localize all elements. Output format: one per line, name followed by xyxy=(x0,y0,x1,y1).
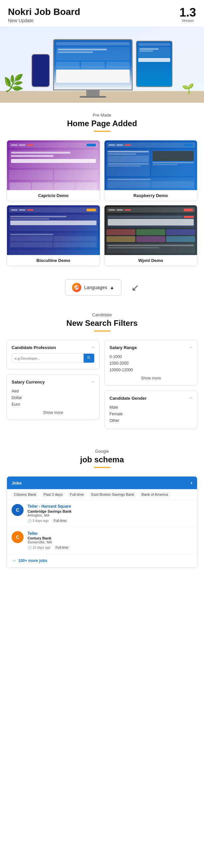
search-filters-header: Candidate New Search Filters xyxy=(0,302,204,337)
mini-nav xyxy=(106,207,195,213)
currency-show-more[interactable]: Show more xyxy=(11,410,95,415)
job-tag-4[interactable]: East Boston Savings Bank xyxy=(89,492,137,497)
monitor-base xyxy=(80,96,106,98)
job-list-card: Jobs › Citizens Bank Past 3 days Full-ti… xyxy=(7,476,197,568)
mini-block xyxy=(9,170,53,180)
mini-btn xyxy=(86,144,96,146)
filter-currency-minus-icon[interactable]: − xyxy=(92,379,95,384)
header-title-block: Nokri Job Board New Update xyxy=(8,7,80,23)
languages-button[interactable]: Languages ▲ xyxy=(65,279,121,296)
job-info-2: Teller Century Bank Somerville, MA 🕐 10 … xyxy=(28,531,193,550)
filters-grid: Candidate Profession − Salary Currency xyxy=(7,340,197,429)
mini-search xyxy=(11,159,96,163)
gender-option-female[interactable]: Female xyxy=(109,411,193,417)
monitor-stand xyxy=(86,90,100,96)
job-tag-5[interactable]: Bank of America xyxy=(139,492,171,497)
mini-dot-red xyxy=(124,145,131,146)
currency-option-euro[interactable]: Euro xyxy=(11,401,95,408)
mini-dot-red xyxy=(27,209,33,211)
monitor-mockup xyxy=(53,39,133,90)
dropdown-arrow-icon: ▲ xyxy=(110,285,114,290)
mini-nav xyxy=(106,143,195,148)
range-option-1[interactable]: 0-1000 xyxy=(109,353,193,360)
job-tags-row: Citizens Bank Past 3 days Full-time East… xyxy=(7,489,197,500)
section-underline-3 xyxy=(94,467,110,468)
mini-dot xyxy=(19,209,26,211)
filter-range-header: Salary Range − xyxy=(109,345,193,350)
section-underline xyxy=(94,131,110,132)
currency-option-aed[interactable]: Aed xyxy=(11,388,95,395)
mini-btn xyxy=(184,144,193,146)
mini-dot xyxy=(108,209,115,211)
table-row[interactable]: C Teller Century Bank Somerville, MA 🕐 1… xyxy=(7,527,197,554)
job-list-header-label: Jobs xyxy=(11,480,22,486)
job-schema-section: Jobs › Citizens Bank Past 3 days Full-ti… xyxy=(0,473,204,574)
filter-range-minus-icon[interactable]: − xyxy=(189,345,193,350)
page-header: Nokri Job Board New Update 1.3 Version xyxy=(0,0,204,27)
language-icon xyxy=(72,283,81,292)
mini-dot xyxy=(11,209,18,211)
demo-card-raspberry[interactable]: Raspberry Demo xyxy=(104,140,198,201)
demo-label-capricio: Capricio Demo xyxy=(7,190,100,201)
homepage-pre-label: Pre Made xyxy=(7,113,197,118)
chevron-right-icon: › xyxy=(191,480,193,486)
desk-mockup xyxy=(31,39,173,90)
mini-dot-red xyxy=(124,209,131,211)
job-company-2: Century Bank xyxy=(28,536,193,540)
mini-dot xyxy=(11,145,18,146)
mini-hero xyxy=(9,150,98,168)
job-type-badge-1: Full-time xyxy=(52,519,68,523)
section-underline-2 xyxy=(94,331,110,332)
profession-search-input[interactable] xyxy=(12,354,83,363)
job-tag-3[interactable]: Full-time xyxy=(68,492,86,497)
range-show-more[interactable]: Show more xyxy=(109,376,193,380)
mini-dot xyxy=(108,145,115,146)
demo-preview-biscuitine xyxy=(7,205,100,255)
filter-range-title: Salary Range xyxy=(109,345,137,350)
job-meta-2: 🕐 10 days ago Full-time xyxy=(28,546,193,550)
tablet-screen xyxy=(137,41,172,87)
search-filters-title: New Search Filters xyxy=(7,318,197,328)
demo-card-capricio[interactable]: Capricio Demo xyxy=(7,140,100,201)
job-location-2: Somerville, MA xyxy=(28,540,193,544)
filter-card-profession: Candidate Profession − xyxy=(7,340,100,369)
demo-label-wpml: Wpml Demo xyxy=(104,255,197,266)
phone-screen xyxy=(32,55,49,87)
mini-block xyxy=(54,170,98,180)
job-info-1: Teller - Harvard Square Cambridge Saving… xyxy=(28,504,193,523)
job-tag-2[interactable]: Past 3 days xyxy=(41,492,65,497)
version-label: Version xyxy=(179,19,196,23)
arrow-right-icon: → xyxy=(11,558,16,563)
mini-content xyxy=(9,170,98,180)
job-logo-2: C xyxy=(11,531,24,543)
currency-option-dollar[interactable]: Dollar xyxy=(11,395,95,401)
demo-label-raspberry: Raspberry Demo xyxy=(104,190,197,201)
demo-preview-wpml xyxy=(104,205,197,255)
plant-left-icon: 🌿 xyxy=(3,73,24,93)
job-meta-1: 🕐 3 days ago Full-time xyxy=(28,519,193,523)
filter-profession-minus-icon[interactable]: − xyxy=(92,345,95,350)
demo-card-biscuitine[interactable]: Biscuitine Demo xyxy=(7,205,100,266)
demo-card-wpml[interactable]: Wpml Demo xyxy=(104,205,198,266)
profession-search-button[interactable] xyxy=(83,354,94,363)
table-row[interactable]: C Teller - Harvard Square Cambridge Savi… xyxy=(7,500,197,527)
homepage-title: Home Page Added xyxy=(7,119,197,128)
range-option-2[interactable]: 1000-2000 xyxy=(109,360,193,367)
filter-gender-minus-icon[interactable]: − xyxy=(189,396,193,401)
job-type-badge-2: Full-time xyxy=(54,546,70,550)
filter-card-salary-range: Salary Range − 0-1000 1000-2000 10000-12… xyxy=(104,340,197,385)
range-option-3[interactable]: 10000-12000 xyxy=(109,367,193,373)
job-time-1: 🕐 3 days ago xyxy=(28,519,49,523)
more-jobs-link[interactable]: → 100+ more jobs xyxy=(7,554,197,567)
filter-currency-header: Salary Currency − xyxy=(11,379,95,384)
job-tag-1[interactable]: Citizens Bank xyxy=(11,492,39,497)
filter-card-salary-currency: Salary Currency − Aed Dollar Euro Show m… xyxy=(7,374,100,420)
mini-dot-red xyxy=(27,145,33,146)
hero-illustration: 🌿 xyxy=(0,27,204,103)
phone-mockup xyxy=(31,54,50,87)
gender-option-male[interactable]: Male xyxy=(109,404,193,411)
job-title-2: Teller xyxy=(28,531,193,536)
mini-hero-text xyxy=(11,152,70,154)
gender-option-other[interactable]: Other xyxy=(109,417,193,424)
clock-icon-2: 🕐 xyxy=(28,546,31,550)
